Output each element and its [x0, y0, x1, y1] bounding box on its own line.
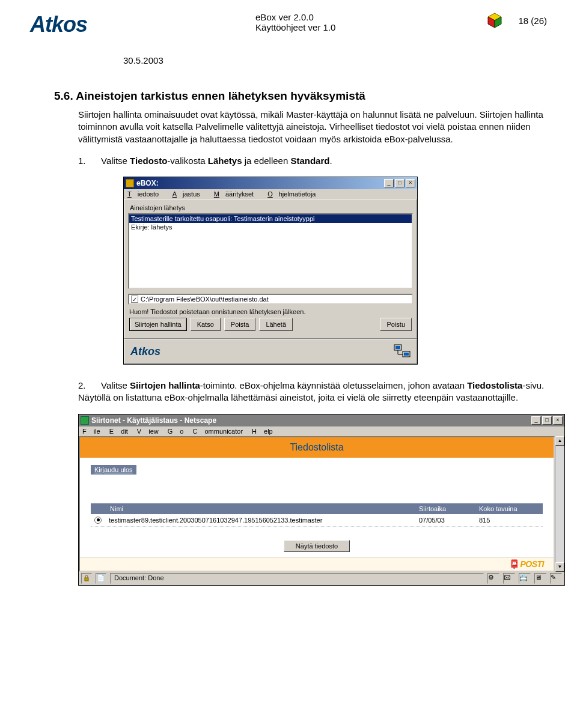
ebox-footer: Atkos [124, 339, 417, 364]
warning-text: Huom! Tiedostot poistetaan onnistuneen l… [129, 308, 412, 315]
page-number: 18 (26) [518, 16, 547, 26]
section-number: 5.6. [54, 89, 73, 102]
atkos-footer-logo: Atkos [130, 345, 160, 358]
menu-go[interactable]: Go [168, 428, 184, 435]
menu-view[interactable]: View [137, 428, 159, 435]
status-ico-4: 🖥 [534, 573, 546, 584]
close-button[interactable]: × [553, 416, 563, 425]
cell-name: testimaster89.testiclient.20030507161032… [109, 517, 419, 524]
intro-paragraph: Siirtojen hallinta ominaisuudet ovat käy… [78, 109, 547, 145]
maximize-button[interactable]: □ [542, 416, 552, 425]
ns-menubar: File Edit View Go Communicator Help [79, 426, 564, 436]
menu-edit[interactable]: Edit [109, 428, 128, 435]
product-version: eBox ver 2.0.0 [255, 12, 486, 22]
ns-title: Siirtonet - Käyttäjälistaus - Netscape [91, 416, 531, 425]
status-ico-1: ⚙ [487, 573, 499, 584]
status-icon: 📄 [96, 573, 106, 584]
table-row[interactable]: testimaster89.testiclient.20030507161032… [91, 514, 543, 527]
posti-footer: POSTI [80, 557, 554, 571]
ns-window-buttons: _ □ × [531, 416, 563, 425]
col-date: Siirtoaika [419, 505, 479, 512]
posti-logo: POSTI [509, 559, 544, 569]
netscape-window: Siirtonet - Käyttäjälistaus - Netscape _… [78, 414, 565, 586]
laheta-button[interactable]: Lähetä [259, 318, 293, 331]
ebox-menubar: Tiedosto Ajastus Määritykset Ohjelmatiet… [124, 189, 417, 199]
menu-ajastus[interactable]: Ajastus [172, 190, 206, 198]
header-center: eBox ver 2.0.0 Käyttöohjeet ver 1.0 [255, 12, 486, 32]
section-title: Aineistojen tarkistus ennen lähetyksen h… [76, 89, 365, 102]
list-item[interactable]: Ekirje: lähetys [129, 223, 412, 231]
status-ico-5: ✎ [550, 573, 562, 584]
page-header: Atkos eBox ver 2.0.0 Käyttöohjeet ver 1.… [30, 12, 547, 37]
minimize-button[interactable]: _ [531, 416, 541, 425]
file-path: C:\Program Files\eBOX\out\testiaineisto.… [141, 296, 269, 303]
ebox-body: Aineistojen lähetys Testimasterille tark… [124, 199, 417, 339]
poista-button[interactable]: Poista [224, 318, 256, 331]
poistu-button[interactable]: Poistu [380, 318, 412, 331]
section-heading: 5.6. Aineistojen tarkistus ennen lähetyk… [54, 89, 547, 103]
page-heading: Tiedostolista [80, 437, 554, 458]
file-checkbox[interactable]: ✓ [131, 296, 138, 303]
step-1-number: 1. [78, 155, 101, 167]
vertical-scrollbar[interactable]: ▲ ▼ [555, 436, 564, 572]
ebox-window: eBOX: _ □ × Tiedosto Ajastus Määritykset… [123, 177, 418, 365]
logo-text: Atkos [30, 12, 87, 37]
list-label: Aineistojen lähetys [130, 204, 411, 211]
maximize-button[interactable]: □ [395, 179, 405, 187]
table-header: Nimi Siirtoaika Koko tavuina [91, 503, 543, 514]
row-radio[interactable] [94, 517, 102, 524]
step-2: 2.Valitse Siirtojen hallinta-toiminto. e… [78, 380, 547, 404]
security-icon [81, 573, 92, 584]
minimize-button[interactable]: _ [384, 179, 394, 187]
netscape-icon [81, 416, 89, 425]
col-size: Koko tavuina [479, 505, 539, 512]
document-date: 30.5.2003 [123, 55, 547, 65]
ns-content-area: Tiedostolista Kirjaudu ulos Nimi Siirtoa… [79, 436, 564, 572]
menu-maaritykset[interactable]: Määritykset [214, 190, 260, 198]
menu-tiedosto[interactable]: Tiedosto [127, 190, 165, 198]
show-file-button[interactable]: Näytä tiedosto [284, 540, 350, 552]
cube-icon [486, 12, 503, 29]
header-right: 18 (26) [486, 12, 547, 29]
logo: Atkos [30, 12, 87, 37]
step-1: 1.Valitse Tiedosto-valikosta Lähetys ja … [78, 155, 547, 167]
menu-ohjelmatietoja[interactable]: Ohjelmatietoja [267, 190, 322, 198]
ns-body: Kirjaudu ulos Nimi Siirtoaika Koko tavui… [80, 458, 554, 557]
step-2-number: 2. [78, 380, 101, 392]
menu-help[interactable]: Help [252, 428, 273, 435]
status-ico-3: 📇 [519, 573, 531, 584]
status-ico-2: 🖂 [503, 573, 515, 584]
file-row: ✓ C:\Program Files\eBOX\out\testiaineist… [128, 294, 413, 305]
svg-rect-4 [395, 346, 400, 349]
list-item[interactable]: Testimasterille tarkoitettu osapuoli: Te… [129, 214, 412, 223]
window-buttons: _ □ × [384, 179, 415, 187]
katso-button[interactable]: Katso [191, 318, 221, 331]
manual-version: Käyttöohjeet ver 1.0 [255, 22, 486, 32]
status-text: Document: Done [110, 573, 484, 584]
ebox-app-icon [126, 179, 134, 187]
close-button[interactable]: × [406, 179, 415, 187]
menu-communicator[interactable]: Communicator [193, 428, 243, 435]
network-icon [394, 344, 411, 359]
scroll-up-icon[interactable]: ▲ [555, 436, 564, 446]
ns-statusbar: 📄 Document: Done ⚙ 🖂 📇 🖥 ✎ [79, 572, 564, 585]
material-listbox[interactable]: Testimasterille tarkoitettu osapuoli: Te… [128, 213, 413, 289]
cell-size: 815 [479, 517, 539, 524]
menu-file[interactable]: File [82, 428, 100, 435]
logout-link[interactable]: Kirjaudu ulos [91, 465, 136, 475]
col-name: Nimi [110, 505, 419, 512]
svg-rect-9 [85, 578, 88, 581]
ns-page: Tiedostolista Kirjaudu ulos Nimi Siirtoa… [79, 436, 555, 572]
file-table: Nimi Siirtoaika Koko tavuina testimaster… [91, 503, 543, 527]
ebox-titlebar: eBOX: _ □ × [124, 177, 417, 189]
button-row: Siirtojen hallinta Katso Poista Lähetä P… [128, 318, 413, 335]
ebox-title: eBOX: [136, 179, 384, 187]
ns-titlebar: Siirtonet - Käyttäjälistaus - Netscape _… [79, 414, 564, 426]
scroll-down-icon[interactable]: ▼ [555, 562, 564, 572]
cell-date: 07/05/03 [419, 517, 479, 524]
svg-rect-6 [404, 353, 409, 356]
siirtojen-hallinta-button[interactable]: Siirtojen hallinta [129, 318, 187, 331]
